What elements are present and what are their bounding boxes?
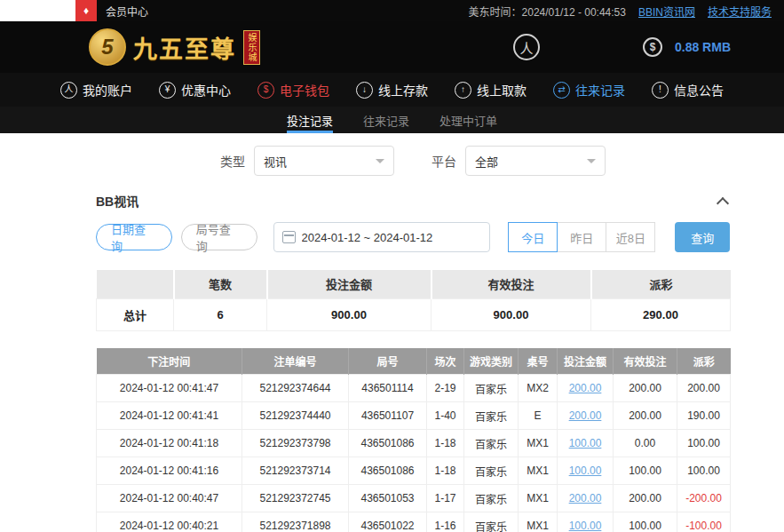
- nav-item-announcements[interactable]: ! 信息公告: [652, 81, 724, 99]
- type-select[interactable]: 视讯: [254, 146, 394, 176]
- valid-bet-cell: 200.00: [614, 375, 677, 402]
- section-header: BB视讯: [96, 192, 730, 210]
- date-range-picker[interactable]: [273, 222, 491, 252]
- game-type-cell: 百家乐: [464, 485, 519, 512]
- date-range-input[interactable]: [302, 231, 482, 244]
- wallet-icon: $: [257, 82, 274, 99]
- bbin-news-link[interactable]: BBIN资讯网: [638, 4, 695, 19]
- chevron-up-icon[interactable]: [716, 194, 730, 208]
- round-number-cell: 436501107: [349, 402, 427, 430]
- tab-processing-orders[interactable]: 处理中订单: [440, 107, 497, 133]
- bet-amount-link[interactable]: 100.00: [569, 465, 602, 477]
- bet-records-table: 下注时间 注单编号 局号 场次 游戏类别 桌号 投注金额 有效投注 派彩 202…: [96, 348, 731, 532]
- bet-time-cell: 2024-01-12 00:41:41: [97, 402, 242, 430]
- tab-transaction-records[interactable]: 往来记录: [363, 107, 409, 133]
- table-row: 2024-01-12 00:41:47 521292374644 4365011…: [97, 375, 731, 402]
- nav-item-deposit[interactable]: ↓ 线上存款: [356, 81, 428, 99]
- today-button[interactable]: 今日: [508, 222, 558, 252]
- nav-label: 线上存款: [378, 81, 428, 99]
- col-header-valid-bet: 有效投注: [614, 348, 677, 375]
- col-header-table-number: 桌号: [519, 348, 558, 375]
- valid-bet-cell: 0.00: [614, 430, 677, 457]
- nav-item-promotions[interactable]: ¥ 优惠中心: [159, 81, 231, 99]
- bet-amount-cell: 200.00: [558, 485, 614, 512]
- col-header-game-type: 游戏类别: [464, 348, 519, 375]
- table-row: 2024-01-12 00:40:47 521292372745 4365010…: [97, 485, 731, 512]
- platform-select-value: 全部: [475, 153, 498, 170]
- last-8-days-button[interactable]: 近8日: [606, 222, 655, 252]
- bet-amount-link[interactable]: 200.00: [569, 382, 602, 394]
- main-nav: 人 我的账户 ¥ 优惠中心 $ 电子钱包 ↓ 线上存款 ↑ 线上取款 ⇄ 往来记…: [0, 73, 784, 107]
- eastern-time-label: 美东时间：2024/01/12 - 00:44:53: [469, 4, 626, 19]
- round-number-cell: 436501086: [349, 457, 427, 485]
- nav-label: 电子钱包: [280, 81, 329, 99]
- bet-amount-cell: 200.00: [558, 402, 614, 430]
- round-query-button[interactable]: 局号查询: [181, 224, 257, 250]
- yesterday-button[interactable]: 昨日: [557, 222, 606, 252]
- username-redacted: [552, 39, 630, 55]
- platform-label: 平台: [432, 152, 456, 170]
- col-header-bet-number: 注单编号: [242, 348, 349, 375]
- bet-amount-cell: 100.00: [558, 457, 614, 485]
- game-type-cell: 百家乐: [464, 430, 519, 457]
- table-row: 2024-01-12 00:41:41 521292374440 4365011…: [97, 402, 731, 430]
- bet-amount-link[interactable]: 200.00: [569, 492, 602, 504]
- date-query-button[interactable]: 日期查询: [96, 224, 172, 250]
- deposit-icon: ↓: [356, 82, 373, 99]
- user-avatar-icon[interactable]: 人: [513, 34, 540, 60]
- site-header: 5 九五至尊 娱乐城 人 $ 0.88 RMB: [0, 21, 784, 73]
- site-logo[interactable]: 5 九五至尊 娱乐城: [89, 28, 260, 66]
- summary-table: 笔数 投注金额 有效投注 派彩 总计 6 900.00 900.00 290.0…: [96, 270, 731, 331]
- bet-amount-cell: 100.00: [558, 512, 614, 532]
- app-icon: ♦: [83, 4, 89, 17]
- announce-icon: !: [652, 82, 669, 99]
- topbar: ♦ 会员中心 美东时间：2024/01/12 - 00:44:53 BBIN资讯…: [0, 0, 784, 21]
- member-center-link[interactable]: 会员中心: [106, 4, 148, 19]
- logo-subtitle: 娱乐城: [243, 30, 260, 65]
- nav-item-transaction-records[interactable]: ⇄ 往来记录: [553, 81, 625, 99]
- bet-number-cell: 521292374440: [242, 402, 349, 430]
- bet-time-cell: 2024-01-12 00:41:47: [97, 375, 242, 402]
- tech-support-link[interactable]: 技术支持服务: [708, 4, 772, 19]
- payout-cell: 100.00: [677, 430, 731, 457]
- nav-label: 线上取款: [477, 81, 527, 99]
- summary-valid-bet: 900.00: [432, 298, 591, 330]
- content: 类型 视讯 平台 全部 BB视讯 日期查询 局号查询: [0, 133, 784, 532]
- bet-amount-link[interactable]: 100.00: [569, 437, 602, 449]
- platform-select[interactable]: 全部: [465, 146, 606, 176]
- valid-bet-cell: 100.00: [614, 457, 677, 485]
- round-number-cell: 436501086: [349, 430, 427, 457]
- summary-payout: 290.00: [591, 298, 731, 330]
- table-row: 2024-01-12 00:40:21 521292371898 4365010…: [97, 512, 731, 532]
- payout-cell: 190.00: [677, 402, 731, 430]
- summary-col-bet-amount: 投注金额: [267, 270, 432, 298]
- summary-col-blank: [97, 270, 174, 298]
- table-row: 2024-01-12 00:41:18 521292373798 4365010…: [97, 430, 731, 457]
- session-cell: 2-19: [427, 375, 464, 402]
- bet-number-cell: 521292373714: [242, 457, 349, 485]
- type-select-value: 视讯: [264, 153, 287, 170]
- nav-item-my-account[interactable]: 人 我的账户: [60, 81, 132, 99]
- nav-item-withdraw[interactable]: ↑ 线上取款: [455, 81, 527, 99]
- search-button[interactable]: 查询: [675, 222, 730, 252]
- nav-label: 我的账户: [83, 81, 132, 99]
- bet-number-cell: 521292374644: [242, 375, 349, 402]
- bet-amount-link[interactable]: 100.00: [569, 520, 602, 532]
- bet-amount-link[interactable]: 200.00: [569, 409, 602, 422]
- game-type-cell: 百家乐: [464, 402, 519, 430]
- nav-item-e-wallet[interactable]: $ 电子钱包: [257, 81, 329, 99]
- account-icon: 人: [60, 82, 77, 99]
- balance-amount[interactable]: 0.88 RMB: [675, 40, 731, 54]
- summary-col-count: 笔数: [174, 270, 267, 298]
- withdraw-icon: ↑: [455, 82, 471, 99]
- round-number-cell: 436501022: [349, 512, 427, 532]
- table-row: 2024-01-12 00:41:16 521292373714 4365010…: [97, 457, 731, 485]
- session-cell: 1-16: [427, 512, 464, 532]
- round-number-cell: 436501114: [349, 375, 427, 402]
- bet-time-cell: 2024-01-12 00:40:47: [97, 485, 242, 512]
- member-app-icon[interactable]: ♦: [75, 0, 97, 21]
- payout-cell: 200.00: [677, 375, 731, 402]
- tab-bet-records[interactable]: 投注记录: [287, 107, 333, 133]
- bet-time-cell: 2024-01-12 00:41:18: [97, 430, 242, 457]
- nav-label: 信息公告: [674, 81, 724, 99]
